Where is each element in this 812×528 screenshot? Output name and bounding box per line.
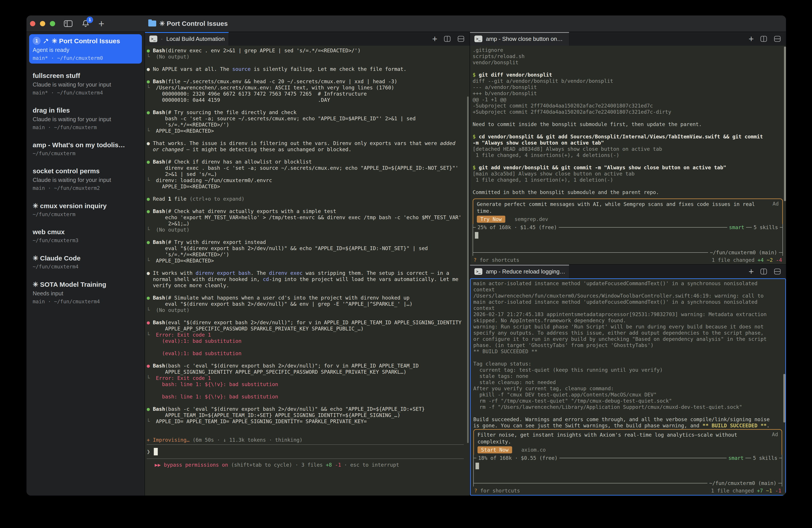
session-status: Claude is waiting for your input — [33, 176, 139, 183]
split-vertical-icon[interactable] — [444, 35, 451, 43]
amp-input-box[interactable]: 18% of 168k · $0.55 (free) smart 5 skill… — [473, 455, 782, 486]
session-status: Needs input — [33, 290, 139, 297]
terminal-line: phase. (in target 'GhosttyTabs' from pro… — [473, 342, 782, 348]
terminal-line: └ APPLE_ID=<REDACTED> — [147, 128, 469, 134]
sidebar-item[interactable]: fullscreen stuffClaude is waiting for yo… — [29, 69, 142, 98]
sidebar-item[interactable]: socket control permsClaude is waiting fo… — [29, 165, 142, 194]
new-tab-icon[interactable]: + — [432, 35, 437, 42]
sidebar-item[interactable]: drag in filesClaude is waiting for your … — [29, 104, 142, 133]
skills-label: 5 skills — [752, 225, 780, 230]
terminal-line — [473, 127, 783, 133]
split-vertical-icon[interactable] — [760, 268, 767, 275]
window-title: ✳ Port Control Issues — [148, 20, 228, 27]
session-title: ✳ SOTA Model Training — [33, 281, 106, 288]
tab-amp-reduce-reload-logging[interactable]: >_ amp - Reduce reload logging… — [470, 265, 569, 279]
ad-url[interactable]: semgrep.dev — [514, 216, 548, 222]
terminal-line: eval "$(direnv export bash 2>/dev/null)"… — [147, 245, 469, 252]
session-status: Claude is waiting for your input — [33, 116, 139, 123]
terminal-line: (eval):1: bad substitution — [147, 350, 469, 356]
terminal-line: └ Error: Exit code 1 — [147, 375, 469, 381]
terminal-line: ● Bash(# Check if direnv has an allowlis… — [147, 159, 469, 165]
scrollbar-thumb[interactable] — [784, 46, 786, 201]
terminal-line — [473, 355, 782, 361]
terminal-line — [147, 202, 469, 208]
new-tab-icon[interactable]: + — [749, 35, 754, 42]
amp-input-box[interactable]: 25% of 168k · $1.45 (free) smart 5 skill… — [473, 224, 783, 256]
terminal-line: └ APPLE_ID=<REDACTED> — [147, 258, 469, 264]
terminal-line: verify once more cleanly. — [147, 282, 469, 288]
terminal-line: ● Bash(# Simulate what happens when a us… — [147, 295, 469, 301]
tab-local-build-automation[interactable]: >_ · Local Build Automation — [145, 32, 229, 46]
sidebar-item[interactable]: amp - What's on my todolis…~/fun/cmuxter… — [29, 139, 142, 159]
zoom-window-button[interactable] — [50, 21, 55, 26]
terminal-line — [147, 72, 469, 79]
terminal-line: ● Bash(bash -c 'eval "$(direnv export ba… — [147, 363, 469, 369]
terminal-line: bash: line 1: ${\!v}: bad substitution — [147, 381, 469, 387]
terminal-line: └ /Users/lawrencechen/.secrets/cmux.env:… — [147, 85, 469, 91]
session-title: web cmux — [33, 228, 64, 236]
split-horizontal-icon[interactable] — [773, 35, 781, 43]
scrollbar-thumb[interactable] — [467, 97, 469, 443]
sidebar-item[interactable]: 1✳ Port Control IssuesAgent is readymain… — [29, 34, 142, 63]
sidebar: 1✳ Port Control IssuesAgent is readymain… — [27, 32, 145, 496]
new-session-button[interactable]: + — [98, 20, 104, 27]
terminal-line: ● Bash(# Check what direnv actually expo… — [147, 208, 469, 214]
sidebar-item[interactable]: web cmux~/fun/cmuxterm3 — [29, 226, 142, 246]
input-area[interactable] — [474, 461, 782, 480]
terminal-line: 's/=.*/=<REDACTED>/') — [147, 252, 469, 258]
terminal-line — [147, 288, 469, 295]
mode-label: smart — [727, 455, 745, 461]
toggle-sidebar-icon[interactable] — [63, 20, 73, 28]
new-tab-icon[interactable]: + — [749, 268, 754, 275]
terminal-icon: >_ — [474, 35, 482, 42]
sidebar-item[interactable]: ✳ SOTA Model TrainingNeeds inputmain · ~… — [29, 278, 142, 307]
input-area[interactable] — [473, 231, 782, 249]
right-top-pane: >_ amp - Show close button on… + .gitign… — [470, 32, 786, 264]
close-window-button[interactable] — [30, 21, 35, 26]
sidebar-item[interactable]: ✳ cmux version inquiry~/fun/cmuxterm — [29, 199, 142, 220]
session-title: ✳ Claude Code — [33, 254, 81, 262]
terminal-line: APPLE_SIGNING_IDENTITY APPLE_APP_SPECIFI… — [147, 369, 469, 375]
terminal-line: ** BUILD SUCCEEDED ** — [473, 348, 782, 355]
terminal-line — [147, 264, 469, 270]
notifications-bell-icon[interactable]: 1 — [81, 19, 90, 28]
sidebar-item[interactable]: ✳ Claude Code~/fun/cmuxterm4 — [29, 252, 142, 272]
terminal-line: echo 'export MY_TEST_VAR=hello' > /tmp/t… — [147, 214, 469, 220]
terminal-line: scripts/reload.sh — [473, 53, 783, 59]
terminal-line: /Users/lawrencechen/fun/cmuxterm0/Source… — [473, 293, 782, 299]
ad-url[interactable]: axiom.co — [521, 447, 546, 453]
claude-terminal[interactable]: ● Bash(direnv exec . env 2>&1 | grep APP… — [145, 46, 469, 496]
terminal-line: 2026-02-17 21:27:45.183 appintentsmetada… — [473, 311, 782, 317]
terminal-line: or configure it to run in every build by… — [473, 336, 782, 342]
terminal-line: context — [473, 305, 782, 311]
app-window: 1 + ✳ Port Control Issues 1✳ Port Contro… — [27, 15, 786, 496]
context-usage: 25% of 168k · $1.45 (free) — [476, 225, 559, 230]
terminal-line: +Subproject commit 2ff740da4aa150202afac… — [473, 109, 783, 115]
split-horizontal-icon[interactable] — [457, 35, 465, 43]
input-context-row: 18% of 168k · $0.55 (free) smart 5 skill… — [474, 455, 782, 461]
terminal-line: ● No APPLE vars at all. The source is si… — [147, 66, 469, 72]
minimize-window-button[interactable] — [40, 21, 45, 26]
terminal-output: main actor-isolated instance method 'upd… — [473, 279, 782, 429]
session-path: ~/fun/cmuxterm3 — [33, 238, 139, 243]
terminal-line: stale tags: none — [473, 373, 782, 379]
tab-amp-show-close-button[interactable]: >_ amp - Show close button on… — [470, 32, 569, 46]
terminal-line: ● It works with direnv export bash. The … — [147, 270, 469, 276]
terminal-output: ● Bash(direnv exec . env 2>&1 | grep APP… — [147, 46, 469, 444]
split-horizontal-icon[interactable] — [773, 268, 781, 275]
start-now-button[interactable]: Start Now — [478, 446, 512, 453]
session-path: ~/fun/cmuxterm — [33, 212, 139, 217]
try-now-button[interactable]: Try Now — [477, 216, 505, 223]
scrollbar-thumb[interactable] — [783, 374, 785, 423]
prompt-row[interactable]: ❯ — [147, 445, 469, 458]
amp-terminal-focused[interactable]: main actor-isolated instance method 'upd… — [470, 279, 786, 496]
terminal-line: ● Bash(bash -c 'eval "$(direnv export ba… — [147, 406, 469, 412]
terminal-line: vendor/bonsplit — [473, 59, 783, 66]
split-vertical-icon[interactable] — [760, 35, 767, 43]
terminal-line: ● Bash(# Try sourcing the file directly … — [147, 109, 469, 115]
terminal-icon: >_ — [474, 268, 482, 275]
terminal-line: ● Bash(# Try with direnv export instead — [147, 239, 469, 245]
terminal-line — [473, 183, 783, 189]
terminal-line: ● Read 1 file (ctrl+o to expand) — [147, 196, 469, 202]
amp-terminal[interactable]: .gitignorescripts/reload.shvendor/bonspl… — [470, 46, 786, 264]
